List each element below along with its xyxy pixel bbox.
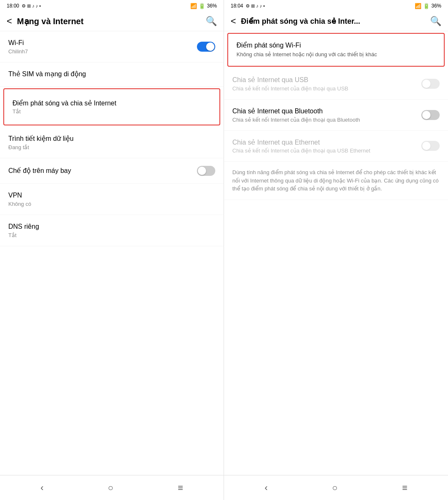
ethernet-toggle[interactable]: [421, 141, 440, 151]
usb-toggle-knob: [422, 80, 431, 88]
ethernet-title: Chia sẻ Internet qua Ethernet: [232, 138, 421, 147]
left-battery-icon: 🔋: [199, 3, 205, 9]
dns-subtitle: Tắt: [8, 232, 215, 238]
right-item-usb[interactable]: Chia sẻ Internet qua USB Chia sẻ kết nối…: [224, 68, 448, 100]
left-item-sim[interactable]: Thẻ SIM và mạng di động: [0, 62, 224, 87]
bluetooth-title: Chia sẻ Internet qua Bluetooth: [232, 107, 421, 116]
datasaver-subtitle: Đang tắt: [8, 144, 215, 150]
right-search-icon[interactable]: 🔍: [430, 16, 441, 27]
dns-title: DNS riêng: [8, 222, 215, 231]
right-nav-back[interactable]: ‹: [264, 482, 267, 493]
wifi-title: Wi-Fi: [8, 39, 197, 48]
left-item-hotspot-wrapper: Điểm phát sóng và chia sẻ Internet Tắt: [3, 88, 220, 126]
hotspot-subtitle: Tắt: [12, 108, 211, 115]
left-settings-list: Wi-Fi Chilinh7 Thẻ SIM và mạng di động Đ…: [0, 31, 224, 475]
left-status-bar: 18:00 ⚙ ⊞ ♪ ♪ • 📶 🔋 36%: [0, 0, 224, 12]
right-panel: 18:04 ⚙ ⊞ ♪ ♪ • 📶 🔋 36% < Điểm phát sóng…: [224, 0, 448, 500]
bluetooth-toggle[interactable]: [421, 110, 440, 120]
left-status-left: 18:00 ⚙ ⊞ ♪ ♪ •: [7, 3, 41, 9]
wifi-toggle-knob: [206, 42, 214, 51]
left-wifi-icon: 📶: [190, 3, 197, 9]
wifi-hotspot-subtitle: Không chia sẻ Internet hoặc nội dung với…: [236, 51, 436, 58]
usb-title: Chia sẻ Internet qua USB: [232, 76, 421, 85]
right-settings-list: Điểm phát sóng Wi-Fi Không chia sẻ Inter…: [224, 31, 448, 475]
left-panel: 18:00 ⚙ ⊞ ♪ ♪ • 📶 🔋 36% < Mạng và Intern…: [0, 0, 224, 500]
right-status-bar: 18:04 ⚙ ⊞ ♪ ♪ • 📶 🔋 36%: [224, 0, 448, 12]
bluetooth-toggle-knob: [422, 111, 431, 119]
vpn-title: VPN: [8, 191, 215, 200]
left-item-wifi[interactable]: Wi-Fi Chilinh7: [0, 31, 224, 62]
left-search-icon[interactable]: 🔍: [206, 16, 217, 27]
right-item-ethernet[interactable]: Chia sẻ Internet qua Ethernet Chia sẻ kế…: [224, 131, 448, 162]
airplane-toggle-knob: [198, 167, 206, 175]
left-nav-back[interactable]: ‹: [40, 482, 43, 493]
wifi-subtitle: Chilinh7: [8, 48, 197, 55]
left-item-dns[interactable]: DNS riêng Tắt: [0, 215, 224, 246]
datasaver-title: Trình tiết kiệm dữ liệu: [8, 135, 215, 143]
right-status-right: 📶 🔋 36%: [415, 3, 441, 9]
left-page-title: Mạng và Internet: [17, 16, 206, 26]
right-time: 18:04: [231, 3, 243, 9]
right-status-icons: ⚙ ⊞ ♪ ♪ •: [246, 3, 265, 9]
right-wifi-hotspot-wrapper: Điểm phát sóng Wi-Fi Không chia sẻ Inter…: [227, 33, 445, 67]
ethernet-subtitle: Chia sẻ kết nối Internet của điện thoại …: [232, 148, 421, 154]
sim-title: Thẻ SIM và mạng di động: [8, 70, 215, 79]
left-item-hotspot[interactable]: Điểm phát sóng và chia sẻ Internet Tắt: [11, 95, 213, 119]
left-status-icons: ⚙ ⊞ ♪ ♪ •: [22, 3, 41, 9]
right-top-bar: < Điểm phát sóng và chia sẻ Inter... 🔍: [224, 12, 448, 31]
right-battery-pct: 36%: [431, 3, 441, 9]
right-status-left: 18:04 ⚙ ⊞ ♪ ♪ •: [231, 3, 265, 9]
ethernet-toggle-knob: [422, 142, 431, 150]
right-nav-bar: ‹ ○ ≡: [224, 475, 448, 500]
right-description: Dùng tính năng điểm phát sóng và chia sẻ…: [224, 162, 448, 200]
airplane-toggle-container: [197, 166, 215, 176]
right-nav-menu[interactable]: ≡: [402, 482, 408, 493]
usb-toggle-container: [421, 79, 440, 89]
left-battery-pct: 36%: [207, 3, 217, 9]
left-item-datasaver[interactable]: Trình tiết kiệm dữ liệu Đang tắt: [0, 127, 224, 158]
left-nav-menu[interactable]: ≡: [178, 482, 183, 493]
right-wifi-icon: 📶: [415, 3, 421, 9]
right-back-button[interactable]: <: [231, 16, 236, 27]
right-nav-home[interactable]: ○: [332, 482, 338, 493]
left-status-right: 📶 🔋 36%: [190, 3, 217, 9]
usb-toggle[interactable]: [421, 79, 440, 89]
wifi-toggle-container: [197, 42, 215, 52]
bluetooth-subtitle: Chia sẻ kết nối Internet của điện thoại …: [232, 117, 421, 123]
left-top-bar: < Mạng và Internet 🔍: [0, 12, 224, 31]
hotspot-title: Điểm phát sóng và chia sẻ Internet: [12, 99, 211, 108]
left-item-vpn[interactable]: VPN Không có: [0, 184, 224, 215]
ethernet-toggle-container: [421, 141, 440, 151]
airplane-title: Chế độ trên máy bay: [8, 167, 197, 175]
left-back-button[interactable]: <: [7, 16, 12, 27]
right-item-bluetooth[interactable]: Chia sẻ Internet qua Bluetooth Chia sẻ k…: [224, 100, 448, 131]
left-time: 18:00: [7, 3, 19, 9]
left-item-airplane[interactable]: Chế độ trên máy bay: [0, 158, 224, 184]
bluetooth-toggle-container: [421, 110, 440, 120]
wifi-hotspot-title: Điểm phát sóng Wi-Fi: [236, 41, 436, 50]
right-item-wifi-hotspot[interactable]: Điểm phát sóng Wi-Fi Không chia sẻ Inter…: [228, 34, 444, 66]
right-battery-icon: 🔋: [423, 3, 430, 9]
left-nav-bar: ‹ ○ ≡: [0, 475, 224, 500]
airplane-toggle[interactable]: [197, 166, 215, 176]
wifi-toggle[interactable]: [197, 42, 215, 52]
right-page-title: Điểm phát sóng và chia sẻ Inter...: [241, 17, 430, 26]
usb-subtitle: Chia sẻ kết nối Internet của điện thoại …: [232, 85, 421, 92]
left-nav-home[interactable]: ○: [108, 482, 113, 493]
vpn-subtitle: Không có: [8, 201, 215, 207]
